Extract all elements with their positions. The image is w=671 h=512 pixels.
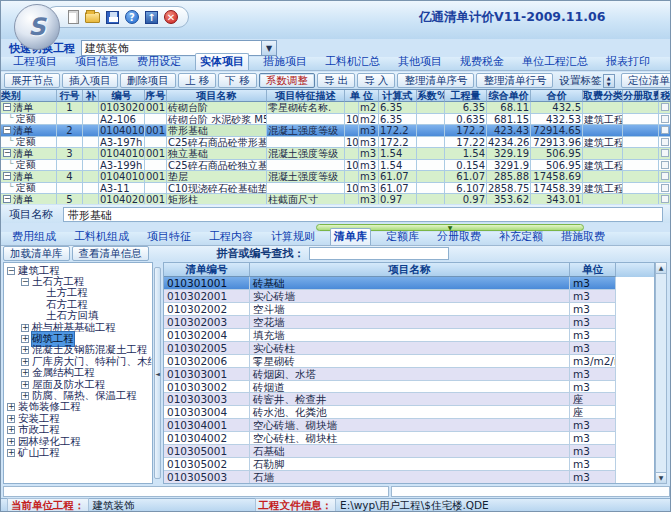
- main-tab[interactable]: 单位工程汇总: [518, 54, 592, 70]
- list-item[interactable]: 010303004 砖水池、化粪池 座: [164, 406, 654, 419]
- row-toggle-icon[interactable]: −: [3, 195, 11, 203]
- lower-tab[interactable]: 工料机组成: [71, 229, 132, 245]
- col-tax[interactable]: 税: [659, 90, 671, 102]
- tree-toggle-icon[interactable]: +: [21, 381, 29, 389]
- toolbar-button[interactable]: 上 移: [178, 73, 216, 88]
- tree-toggle-icon[interactable]: +: [7, 426, 15, 434]
- row-toggle-icon[interactable]: −: [3, 126, 11, 134]
- col-list-code[interactable]: 清单编号: [164, 263, 250, 277]
- table-row[interactable]: └定额 A2-106 砖砌台阶 水泥砂浆 M5 10 m2 6.35 0.635…: [1, 114, 671, 126]
- list-item[interactable]: 010302001 实心砖墙 m3: [164, 290, 654, 303]
- row-toggle-icon[interactable]: −: [3, 149, 11, 157]
- list-item[interactable]: 010302004 填充墙 m3: [164, 329, 654, 342]
- col-list-name[interactable]: 项目名称: [250, 263, 570, 277]
- main-tab[interactable]: 费用设定: [133, 54, 185, 70]
- chevron-down-icon[interactable]: ▼: [261, 41, 276, 55]
- spinner-arrows-icon[interactable]: ▲▼: [603, 75, 614, 87]
- tree-toggle-icon[interactable]: [35, 312, 43, 320]
- row-toggle-icon[interactable]: −: [3, 172, 11, 180]
- col-row-no[interactable]: 行号: [57, 90, 83, 102]
- list-item[interactable]: 010305001 石基础 m3: [164, 445, 654, 458]
- tree-item[interactable]: + 桩与桩基基础工程: [4, 322, 152, 333]
- main-tab[interactable]: 实体项目: [195, 53, 249, 70]
- toolbar-button[interactable]: 系数调整: [259, 73, 315, 88]
- item-name-input[interactable]: 带形基础: [63, 207, 663, 222]
- col-seq[interactable]: 序号: [145, 90, 167, 102]
- list-item[interactable]: 010303002 砖烟道 m3: [164, 381, 654, 394]
- main-tab[interactable]: 措施项目: [259, 54, 311, 70]
- lower-tab[interactable]: 定额库: [383, 229, 422, 245]
- table-row[interactable]: −清单 5 010402001 001 矩形柱 柱截面尺寸 m3 0.97 0.…: [1, 194, 671, 204]
- col-list-unit[interactable]: 单位: [570, 263, 616, 277]
- tax-checkbox[interactable]: [661, 172, 669, 180]
- tree-toggle-icon[interactable]: −: [21, 278, 29, 286]
- main-tab[interactable]: 项目信息: [71, 54, 123, 70]
- open-folder-icon[interactable]: [85, 12, 100, 23]
- tax-checkbox[interactable]: [661, 184, 669, 192]
- tax-checkbox[interactable]: [661, 103, 669, 111]
- col-feature[interactable]: 项目特征描述: [267, 90, 345, 102]
- toolbar-button[interactable]: 导 出: [317, 73, 355, 88]
- tree-toggle-icon[interactable]: +: [21, 335, 29, 343]
- table-row[interactable]: −清单 4 010401006 001 垫层 混凝土强度等级 m3 61.07 …: [1, 171, 671, 183]
- close-icon[interactable]: ✕: [164, 10, 178, 24]
- col-name[interactable]: 项目名称: [167, 90, 267, 102]
- search-input[interactable]: [309, 247, 449, 260]
- tag-spinner[interactable]: 1▲▼: [603, 74, 614, 88]
- lower-tab[interactable]: 措施取费: [558, 229, 608, 245]
- tree-toggle-icon[interactable]: −: [7, 267, 15, 275]
- table-row[interactable]: −清单 2 010401001 001 带形基础 混凝土强度等级 m3 172.…: [1, 125, 671, 137]
- list-item[interactable]: 010304002 空心砖柱、砌块柱 m3: [164, 432, 654, 445]
- toolbar-button[interactable]: 导 入: [357, 73, 395, 88]
- col-category[interactable]: 类别: [1, 90, 57, 102]
- row-toggle-icon[interactable]: −: [3, 103, 11, 111]
- toolbar-button[interactable]: 插入项目: [62, 73, 118, 88]
- help-icon[interactable]: ?: [125, 10, 139, 24]
- list-item[interactable]: 010302005 实心砖柱 m3: [164, 342, 654, 355]
- scroll-down-icon[interactable]: ▼: [656, 472, 666, 483]
- list-item[interactable]: 010303003 砖窨井、检查井 座: [164, 393, 654, 406]
- list-item[interactable]: 010303001 砖烟囱、水塔 m3: [164, 368, 654, 381]
- tax-checkbox[interactable]: [661, 138, 669, 146]
- col-quantity[interactable]: 工程量: [445, 90, 487, 102]
- tree-toggle-icon[interactable]: +: [7, 415, 15, 423]
- lower-tab[interactable]: 计算规则: [268, 229, 318, 245]
- toolbar-button[interactable]: 整理清单序号: [397, 73, 474, 88]
- table-row[interactable]: └定额 A3-199h C25碎石商品砼独立基础(换算 10 m3 1.54 0…: [1, 160, 671, 172]
- tree-toggle-icon[interactable]: +: [21, 324, 29, 332]
- list-item[interactable]: 010305003 石墙 m3: [164, 471, 654, 484]
- tree-toggle-icon[interactable]: +: [21, 392, 29, 400]
- col-total[interactable]: 合价: [531, 90, 583, 102]
- tax-checkbox[interactable]: [661, 161, 669, 169]
- tree-toggle-icon[interactable]: [35, 289, 43, 297]
- tree-toggle-icon[interactable]: +: [21, 369, 29, 377]
- list-item[interactable]: 010301001 砖基础 m3: [164, 277, 654, 290]
- lower-tab[interactable]: 补充定额: [496, 229, 546, 245]
- col-code[interactable]: 编号: [99, 90, 145, 102]
- tax-checkbox[interactable]: [661, 195, 669, 203]
- list-item[interactable]: 010302003 空花墙 m3: [164, 316, 654, 329]
- tree-toggle-icon[interactable]: +: [21, 346, 29, 354]
- col-coef[interactable]: 系数%: [417, 90, 445, 102]
- tax-checkbox[interactable]: [661, 149, 669, 157]
- vertical-splitter[interactable]: ◄: [154, 267, 161, 479]
- view-list-info-button[interactable]: 查看清单信息: [72, 246, 149, 261]
- lower-tab[interactable]: 费用组成: [9, 229, 59, 245]
- load-library-button[interactable]: 加载清单库: [3, 246, 70, 261]
- tree-toggle-icon[interactable]: +: [7, 449, 15, 457]
- locate-list-button[interactable]: 定位清单: [621, 73, 671, 88]
- toolbar-button[interactable]: 展开节点: [4, 73, 60, 88]
- table-row[interactable]: └定额 A3-11 C10现浇碎石砼基础垫层 10 m3 61.07 6.107…: [1, 183, 671, 195]
- row-toggle-icon[interactable]: └: [8, 114, 13, 125]
- scroll-up-icon[interactable]: ▲: [656, 263, 666, 274]
- col-book-fee[interactable]: 分册取费: [623, 90, 659, 102]
- col-calc[interactable]: 计算式: [379, 90, 417, 102]
- toolbar-button[interactable]: 删除项目: [120, 73, 176, 88]
- table-row[interactable]: └定额 A3-197h C25碎石商品砼带形基础 无梁 10 m3 172.2 …: [1, 137, 671, 149]
- lower-tab[interactable]: 工程内容: [206, 229, 256, 245]
- table-row[interactable]: −清单 1 010302006 001 砖砌台阶 零星砌砖名称. m2 6.35…: [1, 102, 671, 114]
- row-toggle-icon[interactable]: └: [8, 160, 13, 171]
- main-tab[interactable]: 工料机汇总: [321, 54, 384, 70]
- list-item[interactable]: 010304001 空心砖墙、砌块墙 m3: [164, 419, 654, 432]
- lower-tab[interactable]: 项目特征: [144, 229, 194, 245]
